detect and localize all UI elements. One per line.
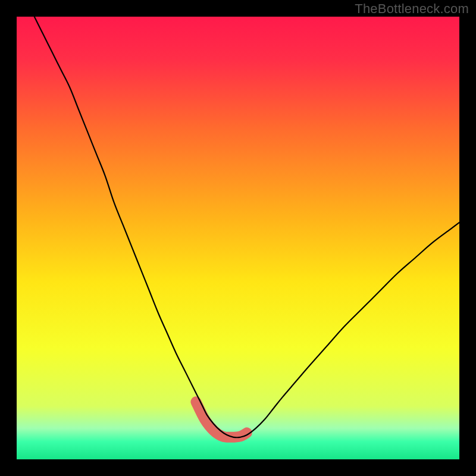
watermark-text: TheBottleneck.com <box>355 1 469 17</box>
chart-container <box>17 17 459 459</box>
bottleneck-chart <box>17 17 459 459</box>
gradient-background <box>17 17 459 459</box>
